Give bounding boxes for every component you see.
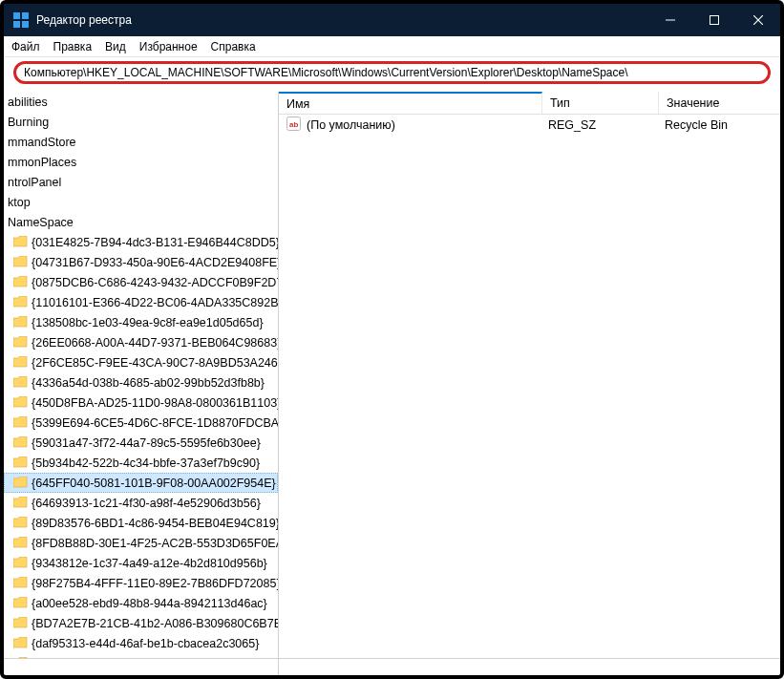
menu-edit[interactable]: Правка [53,40,93,53]
close-button[interactable] [736,4,780,36]
window: Редактор реестра Файл Правка Вид Избранн… [0,0,784,679]
tree-item[interactable]: {BD7A2E7B-21CB-41b2-A086-B309680C6B7E} [4,613,278,633]
tree-item[interactable]: ktop [4,192,278,212]
tree-item[interactable]: {5b934b42-522b-4c34-bbfe-37a3ef7b9c90} [4,453,278,473]
svg-rect-3 [22,21,29,28]
tree-item[interactable]: {26EE0668-A00A-44D7-9371-BEB064C98683} [4,332,278,352]
statusbar [4,658,780,675]
tree-item[interactable]: {8FD8B88D-30E1-4F25-AC2B-553D3D65F0EA} [4,533,278,553]
column-value[interactable]: Значение [659,92,780,114]
app-icon [13,12,29,28]
menu-help[interactable]: Справка [211,40,256,53]
titlebar: Редактор реестра [4,4,780,36]
column-type[interactable]: Тип [542,92,659,114]
maximize-button[interactable] [692,4,736,36]
tree-item[interactable]: {138508bc-1e03-49ea-9c8f-ea9e1d05d65d} [4,312,278,332]
menu-view[interactable]: Вид [105,40,126,53]
tree-item[interactable]: NameSpace [4,212,278,232]
list-pane: Имя Тип Значение ab(По умолчанию)REG_SZR… [279,92,780,658]
tree-item[interactable]: {450D8FBA-AD25-11D0-98A8-0800361B1103} [4,393,278,413]
tree-item[interactable]: ntrolPanel [4,172,278,192]
svg-rect-0 [13,12,20,19]
tree-item[interactable]: {2F6CE85C-F9EE-43CA-90C7-8A9BD53A2467} [4,352,278,372]
split-panes: abilitiesBurningmmandStoremmonPlacesntro… [4,92,780,658]
addressbar-container: Компьютер\HKEY_LOCAL_MACHINE\SOFTWARE\Mi… [4,57,780,92]
list-body: ab(По умолчанию)REG_SZRecycle Bin [279,115,780,135]
tree-item[interactable]: {4336a54d-038b-4685-ab02-99bb52d3fb8b} [4,372,278,393]
tree-item[interactable]: mmonPlaces [4,152,278,172]
svg-rect-2 [13,21,20,28]
tree-item[interactable]: {11016101-E366-4D22-BC06-4ADA335C892B} [4,292,278,312]
menu-favorites[interactable]: Избранное [139,40,198,53]
tree-item[interactable]: {031E4825-7B94-4dc3-B131-E946B44C8DD5} [4,232,278,252]
menubar: Файл Правка Вид Избранное Справка [4,36,780,57]
svg-rect-1 [22,12,29,19]
tree-item[interactable]: {64693913-1c21-4f30-a98f-4e52906d3b56} [4,493,278,513]
tree-pane[interactable]: abilitiesBurningmmandStoremmonPlacesntro… [4,92,279,658]
tree-item[interactable]: Burning [4,112,278,132]
addressbar[interactable]: Компьютер\HKEY_LOCAL_MACHINE\SOFTWARE\Mi… [13,61,771,84]
value-name: (По умолчанию) [307,118,395,132]
minimize-button[interactable] [648,4,692,36]
tree-item[interactable]: {daf95313-e44d-46af-be1b-cbacea2c3065} [4,633,278,653]
tree-item[interactable]: abilities [4,92,278,112]
tree-item[interactable]: {9343812e-1c37-4a49-a12e-4b2d810d956b} [4,553,278,573]
column-name[interactable]: Имя [279,92,542,114]
tree-item[interactable]: mmandStore [4,132,278,152]
svg-rect-5 [710,16,719,25]
window-title: Редактор реестра [36,13,648,27]
tree-item[interactable]: {5399E694-6CE5-4D6C-8FCE-1D8870FDCBA0} [4,413,278,433]
tree-item[interactable]: {645FF040-5081-101B-9F08-00AA002F954E} [4,473,278,493]
tree-item[interactable]: {0875DCB6-C686-4243-9432-ADCCF0B9F2D7} [4,272,278,292]
value-data: Recycle Bin [657,118,780,132]
tree-item[interactable]: {04731B67-D933-450a-90E6-4ACD2E9408FE} [4,252,278,272]
svg-text:ab: ab [289,120,298,129]
tree-item[interactable]: {89D83576-6BD1-4c86-9454-BEB04E94C819} [4,513,278,533]
tree-item[interactable]: {98F275B4-4FFF-11E0-89E2-7B86DFD72085} [4,573,278,593]
list-row[interactable]: ab(По умолчанию)REG_SZRecycle Bin [279,115,780,135]
list-header: Имя Тип Значение [279,92,780,115]
tree-item[interactable]: {a00ee528-ebd9-48b8-944a-8942113d46ac} [4,593,278,613]
reg-string-icon: ab [286,117,307,134]
value-type: REG_SZ [540,118,657,132]
tree-item[interactable]: {59031a47-3f72-44a7-89c5-5595fe6b30ee} [4,433,278,453]
menu-file[interactable]: Файл [11,40,40,53]
